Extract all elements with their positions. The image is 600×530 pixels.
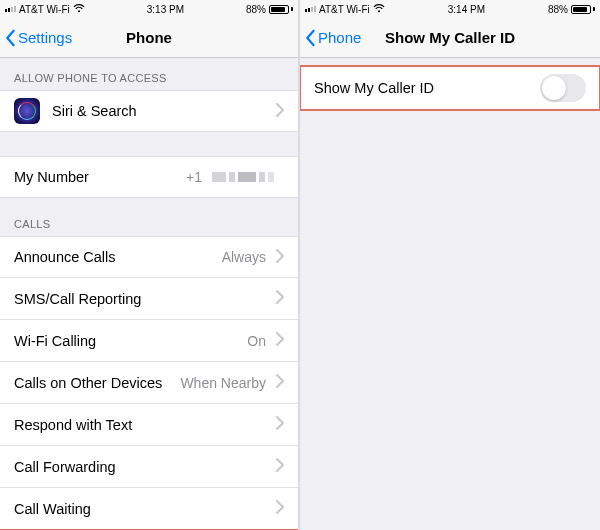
row-call-forwarding[interactable]: Call Forwarding: [0, 446, 298, 488]
row-label: Show My Caller ID: [314, 80, 434, 96]
battery-icon: [269, 5, 293, 14]
nav-bar: Settings Phone: [0, 18, 298, 58]
back-button[interactable]: Settings: [4, 29, 72, 47]
row-label: My Number: [14, 169, 89, 185]
chevron-right-icon: [276, 500, 284, 517]
caller-id-toggle[interactable]: [540, 74, 586, 102]
settings-scroll[interactable]: ALLOW PHONE TO ACCESS Siri & Search My N…: [0, 58, 298, 530]
carrier-label: AT&T Wi-Fi: [319, 4, 370, 15]
chevron-right-icon: [276, 374, 284, 391]
row-label: Wi-Fi Calling: [14, 333, 96, 349]
right-screenshot: AT&T Wi-Fi 3:14 PM 88% Phone Show My Cal…: [300, 0, 600, 530]
row-label: Siri & Search: [52, 103, 137, 119]
section-header-access: ALLOW PHONE TO ACCESS: [0, 58, 298, 90]
row-call-waiting[interactable]: Call Waiting: [0, 488, 298, 530]
chevron-right-icon: [276, 332, 284, 349]
chevron-right-icon: [276, 249, 284, 266]
wifi-icon: [373, 4, 385, 15]
status-bar: AT&T Wi-Fi 3:13 PM 88%: [0, 0, 298, 18]
redacted-number: [212, 172, 274, 182]
chevron-left-icon: [304, 29, 316, 47]
row-value: On: [247, 333, 266, 349]
carrier-label: AT&T Wi-Fi: [19, 4, 70, 15]
battery-percent-label: 88%: [548, 4, 568, 15]
back-button[interactable]: Phone: [304, 29, 361, 47]
row-value: +1: [186, 169, 202, 185]
row-sms-call-reporting[interactable]: SMS/Call Reporting: [0, 278, 298, 320]
row-value: Always: [222, 249, 266, 265]
wifi-icon: [73, 4, 85, 15]
row-value: When Nearby: [180, 375, 266, 391]
chevron-right-icon: [276, 416, 284, 433]
chevron-right-icon: [276, 103, 284, 120]
row-my-number[interactable]: My Number +1: [0, 156, 298, 198]
chevron-right-icon: [276, 290, 284, 307]
signal-bars-icon: [305, 6, 316, 12]
row-siri-search[interactable]: Siri & Search: [0, 90, 298, 132]
nav-bar: Phone Show My Caller ID: [300, 18, 600, 58]
chevron-right-icon: [276, 458, 284, 475]
chevron-left-icon: [4, 29, 16, 47]
battery-percent-label: 88%: [246, 4, 266, 15]
clock-label: 3:14 PM: [448, 4, 485, 15]
row-announce-calls[interactable]: Announce Calls Always: [0, 236, 298, 278]
row-label: SMS/Call Reporting: [14, 291, 141, 307]
row-label: Respond with Text: [14, 417, 132, 433]
section-header-calls: CALLS: [0, 198, 298, 236]
siri-icon: [14, 98, 40, 124]
row-label: Call Waiting: [14, 501, 91, 517]
battery-icon: [571, 5, 595, 14]
signal-bars-icon: [5, 6, 16, 12]
row-calls-other-devices[interactable]: Calls on Other Devices When Nearby: [0, 362, 298, 404]
row-label: Call Forwarding: [14, 459, 116, 475]
row-wifi-calling[interactable]: Wi-Fi Calling On: [0, 320, 298, 362]
row-respond-with-text[interactable]: Respond with Text: [0, 404, 298, 446]
status-bar: AT&T Wi-Fi 3:14 PM 88%: [300, 0, 600, 18]
row-label: Calls on Other Devices: [14, 375, 162, 391]
back-label: Settings: [18, 29, 72, 46]
left-screenshot: AT&T Wi-Fi 3:13 PM 88% Settings Phone AL…: [0, 0, 300, 530]
row-show-my-caller-id-toggle: Show My Caller ID: [300, 66, 600, 110]
clock-label: 3:13 PM: [147, 4, 184, 15]
back-label: Phone: [318, 29, 361, 46]
row-label: Announce Calls: [14, 249, 116, 265]
